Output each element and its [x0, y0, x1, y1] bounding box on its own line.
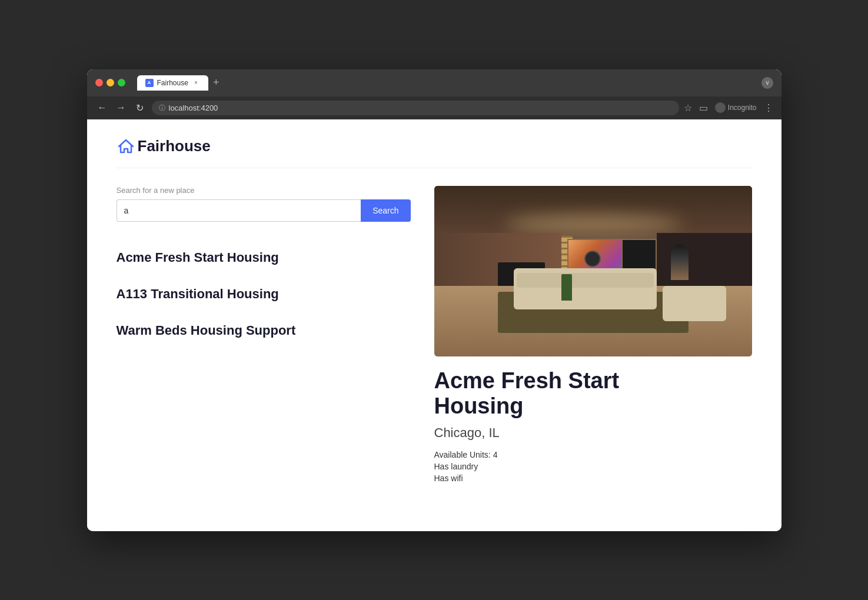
cast-icon[interactable]: ▭ [699, 102, 708, 114]
minimize-traffic-light[interactable] [107, 79, 114, 86]
room-ceiling [434, 186, 752, 233]
logo-text: Fairhouse [138, 137, 211, 155]
forward-button[interactable]: → [114, 101, 128, 115]
left-panel: Search for a new place Search Acme Fresh… [117, 186, 411, 483]
lamp-decoration [671, 245, 689, 280]
logo-container[interactable]: Fairhouse [117, 137, 211, 156]
reload-button[interactable]: ↻ [133, 101, 147, 115]
site-header: Fairhouse [117, 131, 752, 168]
listing-list: Acme Fresh Start Housing A113 Transition… [117, 239, 411, 349]
maximize-traffic-light[interactable] [118, 79, 125, 86]
page-content: Fairhouse Search for a new place Search … [87, 119, 781, 531]
incognito-label: Incognito [728, 104, 757, 112]
incognito-indicator: Incognito [715, 102, 757, 114]
clock-decoration [584, 251, 601, 267]
listing-item-1[interactable]: Acme Fresh Start Housing [117, 239, 411, 276]
property-location: Chicago, IL [434, 425, 752, 441]
search-label: Search for a new place [117, 186, 411, 195]
new-tab-button[interactable]: + [208, 76, 224, 89]
available-units: Available Units: 4 [434, 450, 752, 459]
browser-titlebar: A Fairhouse × + ∨ [87, 69, 781, 96]
bookmark-icon[interactable]: ☆ [684, 102, 692, 114]
plant-decoration [561, 274, 572, 301]
address-text: localhost:4200 [169, 104, 218, 112]
tab-favicon-icon: A [145, 79, 154, 87]
address-bar[interactable]: ⓘ localhost:4200 [152, 101, 679, 115]
sofa-right-decoration [663, 286, 726, 321]
tab-title: Fairhouse [157, 79, 188, 87]
tab-close-button[interactable]: × [192, 79, 200, 87]
close-traffic-light[interactable] [95, 79, 103, 86]
incognito-avatar-icon [715, 102, 726, 113]
tab-area: A Fairhouse × + [137, 75, 756, 91]
search-row: Search [117, 199, 411, 222]
main-layout: Search for a new place Search Acme Fresh… [117, 186, 752, 483]
search-button[interactable]: Search [361, 199, 410, 222]
feature-laundry: Has laundry [434, 462, 752, 471]
property-title: Acme Fresh Start Housing [434, 368, 752, 419]
browser-tab-fairhouse[interactable]: A Fairhouse × [137, 75, 208, 91]
sofa-decoration [514, 268, 657, 309]
feature-wifi: Has wifi [434, 474, 752, 483]
room-illustration [434, 186, 752, 356]
secure-icon: ⓘ [159, 104, 165, 112]
window-control-icon: ∨ [761, 77, 773, 89]
browser-navbar: ← → ↻ ⓘ localhost:4200 ☆ ▭ Incognito ⋮ [87, 96, 781, 119]
listing-item-3[interactable]: Warm Beds Housing Support [117, 312, 411, 349]
browser-window: A Fairhouse × + ∨ ← → ↻ ⓘ localhost:4200… [87, 69, 781, 531]
more-options-icon[interactable]: ⋮ [764, 102, 773, 114]
logo-house-icon [117, 137, 135, 156]
property-details: Available Units: 4 Has laundry Has wifi [434, 450, 752, 483]
nav-right-icons: ☆ ▭ Incognito ⋮ [684, 102, 773, 114]
listing-item-2[interactable]: A113 Transitional Housing [117, 276, 411, 312]
right-panel: Acme Fresh Start Housing Chicago, IL Ava… [434, 186, 752, 483]
property-image [434, 186, 752, 356]
back-button[interactable]: ← [95, 101, 109, 115]
search-input[interactable] [117, 199, 361, 222]
traffic-lights [95, 79, 125, 86]
